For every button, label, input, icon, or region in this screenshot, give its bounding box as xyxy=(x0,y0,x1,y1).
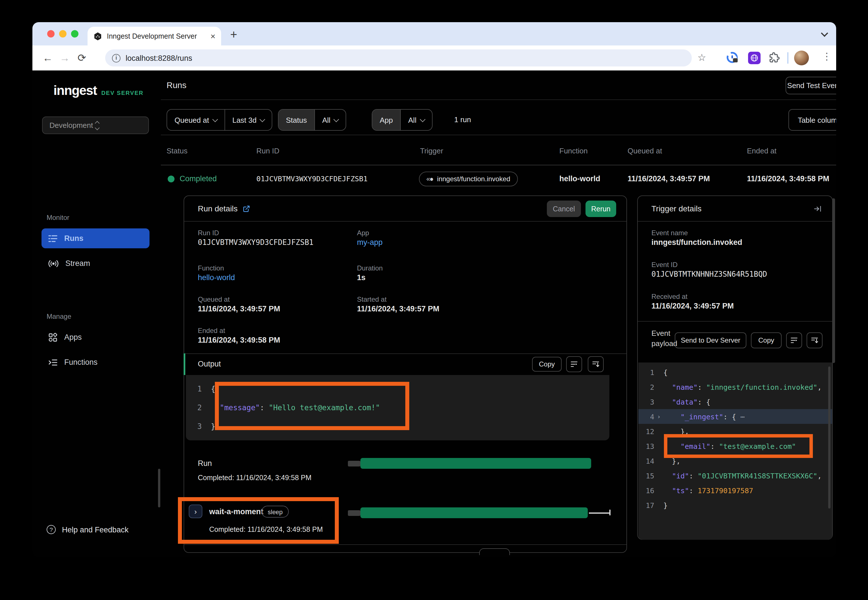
site-info-icon[interactable]: i xyxy=(112,54,120,62)
password-manager-extension-icon[interactable] xyxy=(727,52,739,67)
field-label: Duration xyxy=(357,264,383,272)
collapse-panel-icon[interactable] xyxy=(813,205,822,213)
close-window-button[interactable] xyxy=(47,30,55,38)
word-wrap-icon[interactable] xyxy=(566,356,582,372)
payload-scrollbar[interactable] xyxy=(828,367,830,509)
browser-toolbar: ← → ⟳ i localhost:8288/runs ☆ ⋮ xyxy=(32,45,836,70)
divider xyxy=(184,353,627,354)
status-filter-dropdown[interactable]: All xyxy=(315,110,346,130)
scroll-to-bottom-icon[interactable] xyxy=(588,356,604,372)
code-text: { xyxy=(663,368,668,376)
step-completed: Completed: 11/16/2024, 3:49:58 PM xyxy=(209,526,323,533)
field-label: Received at xyxy=(651,292,687,301)
code-line: 4› "_inngest": { ⋯ xyxy=(638,409,832,424)
function-link[interactable]: hello-world xyxy=(198,273,235,282)
row-ended-at: 11/16/2024, 3:49:58 PM xyxy=(747,174,829,183)
column-header-run-id: Run ID xyxy=(256,147,279,155)
runs-list-icon xyxy=(48,234,58,242)
tab-search-chevron-icon[interactable] xyxy=(821,30,828,36)
app-link[interactable]: my-app xyxy=(357,238,382,247)
column-header-function: Function xyxy=(559,147,588,155)
select-updown-icon xyxy=(96,121,141,129)
divider xyxy=(184,544,627,545)
table-columns-button[interactable]: Table columns xyxy=(788,109,836,131)
field-label: Event ID xyxy=(651,261,678,269)
table-row[interactable]: Completed 01JCVBTMV3WXY9D3CFDEJFZSB1 «● … xyxy=(161,165,836,193)
chevron-down-icon xyxy=(260,116,266,122)
copy-payload-button[interactable]: Copy xyxy=(751,332,782,348)
line-number: 12 xyxy=(638,427,654,435)
profile-avatar[interactable] xyxy=(794,51,809,65)
time-filter-pill: Queued at Last 3d xyxy=(167,109,273,131)
browser-menu-icon[interactable]: ⋮ xyxy=(822,51,832,62)
line-number: 17 xyxy=(638,501,654,509)
event-payload-code: 1{2 "name": "inngest/function.invoked",3… xyxy=(638,362,832,540)
page-title: Runs xyxy=(167,80,187,90)
line-number: 13 xyxy=(638,442,654,450)
scroll-to-bottom-icon[interactable] xyxy=(807,332,822,348)
status-filter-pill: Status All xyxy=(278,109,346,131)
line-number: 2 xyxy=(186,403,202,412)
external-link-icon[interactable] xyxy=(243,205,250,212)
forward-icon[interactable]: → xyxy=(56,52,73,64)
run-count: 1 run xyxy=(454,115,471,124)
step-timeline-bar[interactable] xyxy=(360,508,588,518)
expand-step-chevron[interactable]: › xyxy=(189,505,202,518)
sidebar-item-functions[interactable]: Functions xyxy=(41,352,150,372)
run-details-panel: Run details Cancel Rerun Run ID 01JCVBTM… xyxy=(184,195,627,553)
browser-tab[interactable]: Inngest Development Server × xyxy=(88,27,221,45)
globe-extension-icon[interactable] xyxy=(748,52,760,67)
app-filter-label: App xyxy=(372,110,400,130)
trigger-event-pill[interactable]: «● inngest/function.invoked xyxy=(419,171,517,186)
help-and-feedback[interactable]: ? Help and Feedback xyxy=(47,525,129,534)
screen: Inngest Development Server × + ← → ⟳ i l… xyxy=(0,0,868,600)
sidebar-scrollbar[interactable] xyxy=(158,469,160,508)
bookmark-star-icon[interactable]: ☆ xyxy=(698,52,706,64)
sidebar-item-label: Apps xyxy=(64,333,82,341)
received-at-value: 11/16/2024, 3:49:57 PM xyxy=(651,302,734,310)
line-number: 14 xyxy=(638,456,654,465)
chevron-down-icon xyxy=(334,116,339,122)
code-line: 1{ xyxy=(638,365,832,380)
time-field-dropdown[interactable]: Queued at xyxy=(167,110,224,130)
output-accent-bar xyxy=(184,353,185,375)
word-wrap-icon[interactable] xyxy=(786,332,802,348)
code-line: 13 "email": "test@example.com" xyxy=(638,439,832,453)
code-text: "name": "inngest/function.invoked", xyxy=(663,383,822,391)
minimize-window-button[interactable] xyxy=(59,30,67,38)
environment-select[interactable]: Development xyxy=(42,117,149,134)
column-header-trigger: Trigger xyxy=(420,147,443,155)
browser-window: Inngest Development Server × + ← → ⟳ i l… xyxy=(32,22,836,558)
tab-title: Inngest Development Server xyxy=(107,32,206,40)
close-tab-icon[interactable]: × xyxy=(210,32,215,40)
code-text: }, xyxy=(663,456,680,465)
url-bar[interactable]: i localhost:8288/runs xyxy=(105,49,692,67)
rerun-button[interactable]: Rerun xyxy=(586,201,616,217)
send-test-event-button[interactable]: Send Test Event xyxy=(786,77,836,94)
send-to-dev-server-button[interactable]: Send to Dev Server xyxy=(675,332,747,348)
reload-icon[interactable]: ⟳ xyxy=(73,52,90,64)
extensions-puzzle-icon[interactable] xyxy=(768,52,780,66)
new-tab-button[interactable]: + xyxy=(230,28,237,41)
sidebar-item-runs[interactable]: Runs xyxy=(41,229,150,248)
code-text: } xyxy=(211,422,215,431)
zoom-window-button[interactable] xyxy=(71,30,79,38)
field-label: Ended at xyxy=(198,327,225,335)
collapse-chevron-icon[interactable]: › xyxy=(654,413,663,420)
sidebar-item-stream[interactable]: Stream xyxy=(41,253,150,273)
column-header-queued-at: Queued at xyxy=(628,147,662,155)
copy-output-button[interactable]: Copy xyxy=(532,357,561,371)
sidebar-item-apps[interactable]: Apps xyxy=(41,327,150,347)
app-filter-dropdown[interactable]: All xyxy=(401,110,432,130)
time-range-dropdown[interactable]: Last 3d xyxy=(225,110,272,130)
cancel-button[interactable]: Cancel xyxy=(547,201,581,217)
run-timeline-bar[interactable] xyxy=(360,458,591,469)
code-line: 14 }, xyxy=(638,453,832,468)
line-number: 16 xyxy=(638,486,654,495)
inngest-favicon-icon xyxy=(93,32,102,41)
partially-visible-button[interactable] xyxy=(479,548,510,555)
row-run-id: 01JCVBTMV3WXY9D3CFDEJFZSB1 xyxy=(256,174,367,183)
row-function: hello-world xyxy=(559,174,600,183)
field-label: Event name xyxy=(651,229,688,237)
back-icon[interactable]: ← xyxy=(39,52,56,64)
